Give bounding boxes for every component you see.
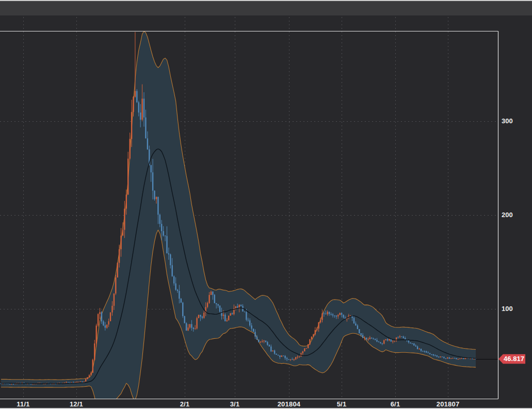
bollinger-upper-line [1, 31, 476, 380]
y-tick-label: 300 [502, 117, 527, 126]
x-tick-label: 5/1 [325, 400, 358, 408]
x-tick-label: 3/1 [218, 400, 251, 408]
x-tick-label: 2/1 [168, 400, 201, 408]
trading-app-window: 11/112/12/13/12018045/16/1201807 3002001… [0, 0, 532, 409]
x-tick-label: 11/1 [7, 400, 40, 408]
last-price-tag: 46.817 [498, 354, 525, 364]
x-tick-label: 12/1 [60, 400, 93, 408]
y-tick-label: 100 [502, 304, 527, 314]
x-tick-label: 201807 [431, 400, 464, 408]
y-tick-label: 200 [502, 210, 527, 220]
chart-canvas[interactable] [0, 17, 532, 399]
x-tick-label: 6/1 [379, 400, 412, 408]
x-tick-label: 201804 [272, 400, 305, 408]
chart-toolbar [0, 1, 532, 15]
